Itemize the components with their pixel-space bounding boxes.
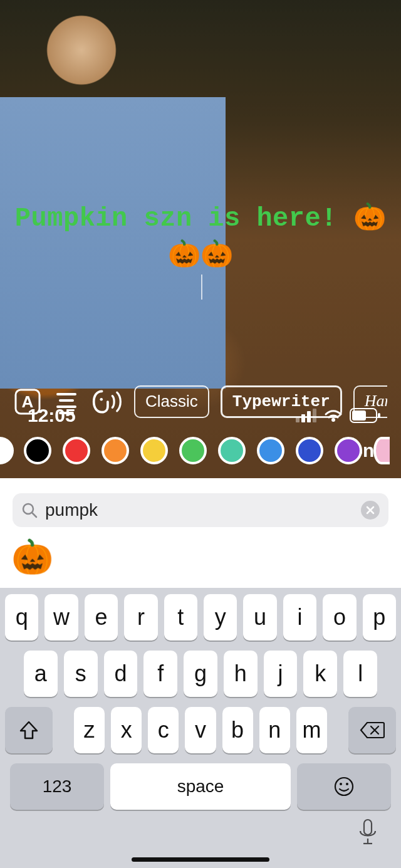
photo-subject <box>0 0 226 389</box>
story-editor: 12:05 Done Pumpkin szn is here! 🎃🎃🎃 A Cl… <box>0 0 401 478</box>
shift-icon <box>18 719 39 741</box>
key-z[interactable]: z <box>74 707 105 753</box>
font-option-handwriting[interactable]: Handwr <box>353 385 387 418</box>
dictation-icon[interactable] <box>357 818 378 846</box>
text-to-speech-button[interactable] <box>91 386 123 417</box>
text-toolbar: A Classic Typewriter Handwr <box>0 385 401 418</box>
key-x[interactable]: x <box>111 707 142 753</box>
color-swatch[interactable] <box>24 437 51 464</box>
key-r[interactable]: r <box>124 594 157 641</box>
font-option-typewriter[interactable]: Typewriter <box>221 385 342 418</box>
color-swatch[interactable] <box>296 437 323 464</box>
key-g[interactable]: g <box>184 651 217 697</box>
key-w[interactable]: w <box>44 594 78 641</box>
key-c[interactable]: c <box>148 707 179 753</box>
text-cursor <box>201 275 202 300</box>
key-y[interactable]: y <box>204 594 237 641</box>
key-q[interactable]: q <box>5 594 38 641</box>
key-m[interactable]: m <box>296 707 327 753</box>
key-a[interactable]: a <box>24 651 58 697</box>
numbers-key[interactable]: 123 <box>10 763 104 810</box>
story-text-input[interactable]: Pumpkin szn is here! 🎃🎃🎃 <box>0 201 401 300</box>
svg-line-15 <box>32 513 36 517</box>
clear-search-button[interactable] <box>361 501 380 520</box>
key-n[interactable]: n <box>259 707 290 753</box>
shift-key[interactable] <box>5 707 53 753</box>
color-swatch[interactable] <box>0 437 14 464</box>
emoji-search-input[interactable] <box>45 500 353 520</box>
text-style-button[interactable]: A <box>14 386 41 417</box>
svg-point-16 <box>335 778 353 795</box>
emoji-search-result[interactable]: 🎃 <box>0 535 401 588</box>
key-d[interactable]: d <box>104 651 138 697</box>
key-u[interactable]: u <box>243 594 276 641</box>
story-text-content: Pumpkin szn is here! 🎃🎃🎃 <box>0 201 401 275</box>
emoji-search-row <box>0 478 401 535</box>
search-icon <box>21 502 38 518</box>
color-swatch[interactable] <box>257 437 284 464</box>
key-i[interactable]: i <box>283 594 316 641</box>
backspace-key[interactable] <box>348 707 396 753</box>
svg-point-18 <box>346 783 348 785</box>
text-align-button[interactable] <box>53 386 80 417</box>
home-indicator[interactable] <box>132 857 269 862</box>
key-b[interactable]: b <box>222 707 253 753</box>
emoji-icon <box>333 776 355 797</box>
color-swatch[interactable] <box>373 437 390 464</box>
emoji-search-box[interactable] <box>13 493 388 527</box>
svg-rect-19 <box>364 820 372 835</box>
key-k[interactable]: k <box>303 651 337 697</box>
color-swatch[interactable] <box>63 437 90 464</box>
space-key[interactable]: space <box>110 763 291 810</box>
color-swatch[interactable] <box>140 437 168 464</box>
key-h[interactable]: h <box>224 651 258 697</box>
color-swatch-row <box>0 437 401 464</box>
key-f[interactable]: f <box>143 651 177 697</box>
color-swatch[interactable] <box>335 437 362 464</box>
key-o[interactable]: o <box>323 594 356 641</box>
font-option-classic[interactable]: Classic <box>134 385 209 418</box>
key-v[interactable]: v <box>185 707 216 753</box>
key-e[interactable]: e <box>85 594 118 641</box>
keyboard-keys: qwertyuiop asdfghjkl zxcvbnm 123 space <box>0 588 401 810</box>
key-p[interactable]: p <box>363 594 396 641</box>
key-s[interactable]: s <box>64 651 98 697</box>
emoji-keyboard-key[interactable] <box>297 763 391 810</box>
key-j[interactable]: j <box>264 651 298 697</box>
svg-point-13 <box>100 398 103 401</box>
svg-point-17 <box>340 783 342 785</box>
color-swatch[interactable] <box>218 437 246 464</box>
font-picker: Classic Typewriter Handwr <box>134 385 387 418</box>
close-icon <box>366 506 375 515</box>
key-t[interactable]: t <box>164 594 197 641</box>
svg-rect-0 <box>296 417 299 422</box>
key-l[interactable]: l <box>343 651 377 697</box>
color-swatch[interactable] <box>102 437 129 464</box>
keyboard-panel: 🎃 qwertyuiop asdfghjkl zxcvbnm 123 space <box>0 478 401 868</box>
svg-text:A: A <box>22 392 34 411</box>
color-swatch[interactable] <box>179 437 207 464</box>
backspace-icon <box>360 721 385 740</box>
